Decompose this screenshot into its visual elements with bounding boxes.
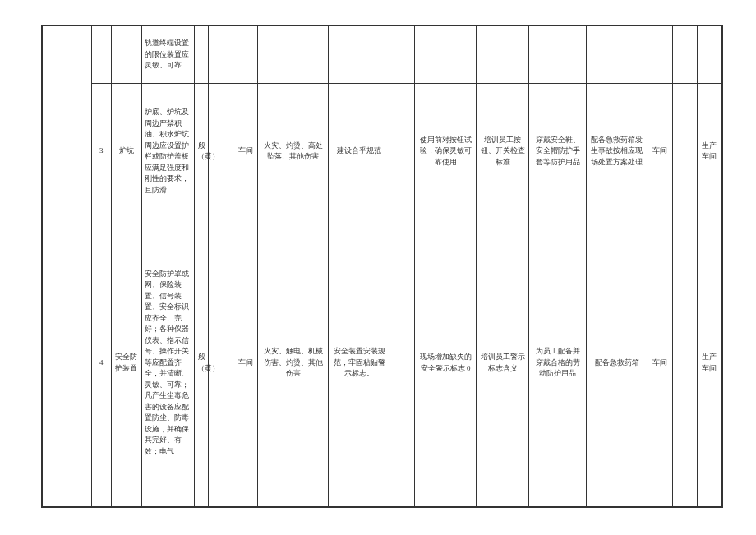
cell-blank xyxy=(209,26,233,84)
cell-level: 般（黄） xyxy=(195,219,209,507)
cell-train: 培训员工按钮、开关检查标准 xyxy=(477,84,529,219)
cell-index xyxy=(91,26,111,84)
cell-hazard xyxy=(258,26,329,84)
cell-train: 培训员工警示标志含义 xyxy=(477,219,529,507)
cell-ops: 现场增加缺失的安全警示标志 0 xyxy=(415,219,477,507)
cell-ops: 使用前对按钮试验，确保灵敏可靠使用 xyxy=(415,84,477,219)
cell-eng xyxy=(329,26,390,84)
cell-index: 4 xyxy=(91,219,111,507)
table-row: 4 安全防护装置 安全防护罩或网、保险装置、信号装置、安全标识应齐全、完好；各种… xyxy=(43,219,722,507)
cell-ppe: 为员工配备并穿戴合格的劳动防护用品 xyxy=(529,219,587,507)
cell-blank xyxy=(67,26,91,507)
cell-hazard: 火灾、触电、机械伤害、灼烫、其他伤害 xyxy=(258,219,329,507)
cell-resp: 生产车间 xyxy=(697,219,721,507)
cell-resp: 生产车间 xyxy=(697,84,721,219)
cell-dept2: 车间 xyxy=(648,84,672,219)
cell-emer xyxy=(586,26,648,84)
cell-dept: 车间 xyxy=(233,84,258,219)
table-row: 轨道终端设置的限位装置应灵敏、可靠 xyxy=(43,26,722,84)
cell-blank xyxy=(209,84,233,219)
cell-train xyxy=(477,26,529,84)
cell-name: 炉坑 xyxy=(111,84,141,219)
cell-desc: 轨道终端设置的限位装置应灵敏、可靠 xyxy=(142,26,195,84)
cell-hazard: 火灾、灼烫、高处坠落、其他伤害 xyxy=(258,84,329,219)
cell-blank xyxy=(390,26,415,84)
cell-emer: 配备急救药箱 xyxy=(586,219,648,507)
cell-emer: 配备急救药箱发生事故按相应现场处置方案处理 xyxy=(586,84,648,219)
cell-blank xyxy=(672,219,697,507)
cell-eng: 建设合乎规范 xyxy=(329,84,390,219)
cell-blank xyxy=(672,84,697,219)
cell-ops xyxy=(415,26,477,84)
cell-blank xyxy=(209,219,233,507)
cell-name: 安全防护装置 xyxy=(111,219,141,507)
cell-ppe: 穿戴安全鞋、安全帽防护手套等防护用品 xyxy=(529,84,587,219)
cell-dept: 车间 xyxy=(233,219,258,507)
cell-eng: 安全装置安装规范，牢固粘贴警示标志。 xyxy=(329,219,390,507)
cell-desc: 安全防护罩或网、保险装置、信号装置、安全标识应齐全、完好；各种仪器仪表、指示信号… xyxy=(142,219,195,507)
cell-dept2 xyxy=(648,26,672,84)
cell-blank xyxy=(672,26,697,84)
cell-dept xyxy=(233,26,258,84)
cell-blank xyxy=(43,26,67,507)
cell-blank xyxy=(390,84,415,219)
cell-name xyxy=(111,26,141,84)
risk-table: 轨道终端设置的限位装置应灵敏、可靠 3 炉坑 炉底、炉坑及周边严禁积油、积 xyxy=(42,25,722,507)
cell-resp xyxy=(697,26,721,84)
table-row: 3 炉坑 炉底、炉坑及周边严禁积油、积水炉坑周边应设置护栏或防护盖板应满足强度和… xyxy=(43,84,722,219)
cell-ppe xyxy=(529,26,587,84)
cell-desc: 炉底、炉坑及周边严禁积油、积水炉坑周边应设置护栏或防护盖板应满足强度和刚性的要求… xyxy=(142,84,195,219)
cell-level: 般（黄） xyxy=(195,84,209,219)
cell-level xyxy=(195,26,209,84)
cell-index: 3 xyxy=(91,84,111,219)
cell-blank xyxy=(390,219,415,507)
cell-dept2: 车间 xyxy=(648,219,672,507)
